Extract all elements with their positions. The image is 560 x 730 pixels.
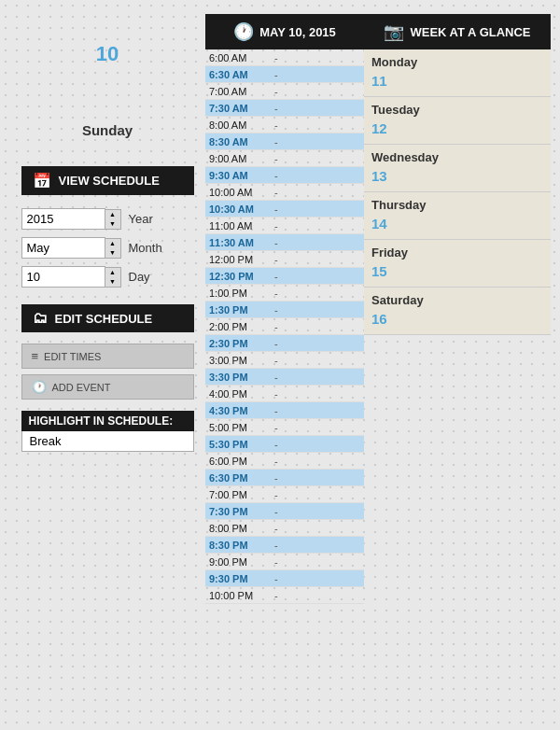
day-field-row: ▲ ▼ Day	[21, 266, 194, 288]
time-row: 7:30 AM-	[205, 100, 364, 117]
time-cell: 5:00 PM	[205, 422, 271, 433]
event-cell: -	[271, 472, 364, 484]
time-cell: 1:00 PM	[205, 288, 271, 299]
time-cell: 12:30 PM	[205, 271, 271, 282]
event-cell: -	[271, 456, 364, 467]
edit-times-button[interactable]: ≡ EDIT TIMES	[21, 344, 194, 369]
edit-schedule-label: EDIT SCHEDULE	[55, 312, 153, 326]
year-down-button[interactable]: ▼	[105, 219, 120, 229]
time-row: 2:30 PM-	[205, 335, 364, 352]
time-row: 9:30 PM-	[205, 570, 364, 587]
view-schedule-button[interactable]: 📅 VIEW SCHEDULE	[21, 166, 194, 195]
time-cell: 7:30 AM	[205, 103, 271, 114]
time-row: 2:00 PM-	[205, 318, 364, 335]
time-cell: 9:00 PM	[205, 556, 271, 568]
clock-icon: 🕐	[233, 21, 254, 42]
week-day-block[interactable]: Wednesday13	[364, 145, 551, 192]
day-down-button[interactable]: ▼	[105, 277, 120, 287]
highlight-in-schedule-label: HIGHLIGHT IN SCHEDULE:	[21, 411, 194, 431]
time-cell: 7:00 PM	[205, 489, 271, 500]
event-cell: -	[271, 304, 364, 316]
year-input[interactable]	[21, 208, 105, 230]
time-row: 10:00 PM-	[205, 587, 364, 604]
month-down-button[interactable]: ▼	[105, 248, 120, 258]
event-cell: -	[271, 52, 364, 63]
event-cell: -	[271, 237, 364, 248]
week-day-block[interactable]: Tuesday12	[364, 97, 551, 145]
event-cell: -	[271, 271, 364, 282]
time-row: 1:00 PM-	[205, 285, 364, 302]
time-cell: 2:00 PM	[205, 321, 271, 332]
time-row: 6:30 PM-	[205, 470, 364, 486]
highlight-value[interactable]: Break	[21, 431, 194, 452]
week-day-name: Monday	[364, 49, 551, 71]
event-cell: -	[271, 489, 364, 500]
calendar-icon: 📅	[33, 172, 51, 190]
week-days-list: Monday11Tuesday12Wednesday13Thursday14Fr…	[364, 49, 551, 335]
week-day-name: Thursday	[364, 192, 551, 214]
time-cell: 2:30 PM	[205, 338, 271, 349]
week-day-number: 11	[364, 71, 551, 96]
time-row: 11:00 AM-	[205, 218, 364, 234]
event-cell: -	[271, 187, 364, 198]
time-row: 8:30 PM-	[205, 537, 364, 554]
week-at-a-glance-panel: 📷 WEEK AT A GLANCE Monday11Tuesday12Wedn…	[364, 14, 551, 716]
month-input[interactable]	[21, 237, 105, 259]
time-row: 4:30 PM-	[205, 402, 364, 419]
time-row: 9:00 AM-	[205, 150, 364, 167]
add-event-label: ADD EVENT	[52, 382, 111, 393]
time-row: 8:00 AM-	[205, 117, 364, 133]
week-day-name: Friday	[364, 240, 551, 261]
time-cell: 9:30 AM	[205, 170, 271, 181]
time-row: 6:00 PM-	[205, 453, 364, 470]
time-row: 9:30 AM-	[205, 167, 364, 184]
time-row: 10:30 AM-	[205, 201, 364, 218]
month-field-row: ▲ ▼ Month	[21, 237, 194, 259]
day-input[interactable]	[21, 266, 105, 288]
event-cell: -	[271, 439, 364, 450]
edit-schedule-button[interactable]: 🗂 EDIT SCHEDULE	[21, 304, 194, 332]
week-day-name: Saturday	[364, 288, 551, 309]
month-up-button[interactable]: ▲	[105, 239, 120, 248]
event-cell: -	[271, 556, 364, 568]
schedule-date: MAY 10, 2015	[259, 25, 336, 39]
time-row: 1:30 PM-	[205, 302, 364, 318]
time-row: 10:00 AM-	[205, 184, 364, 201]
day-up-button[interactable]: ▲	[105, 268, 120, 277]
week-day-name: Wednesday	[364, 145, 551, 166]
add-event-button[interactable]: 🕐 ADD EVENT	[21, 374, 194, 400]
week-day-name: Tuesday	[364, 97, 551, 119]
week-day-block[interactable]: Saturday16	[364, 288, 551, 335]
event-cell: -	[271, 355, 364, 366]
time-cell: 4:00 PM	[205, 388, 271, 400]
year-spinner[interactable]: ▲ ▼	[105, 209, 121, 230]
event-cell: -	[271, 338, 364, 349]
time-row: 6:30 AM-	[205, 66, 364, 83]
event-cell: -	[271, 405, 364, 416]
week-day-block[interactable]: Thursday14	[364, 192, 551, 240]
day-spinner[interactable]: ▲ ▼	[105, 267, 121, 288]
center-schedule-panel: 🕐 MAY 10, 2015 6:00 AM-6:30 AM-7:00 AM-7…	[205, 14, 364, 716]
time-cell: 3:00 PM	[205, 355, 271, 366]
time-row: 5:30 PM-	[205, 436, 364, 453]
event-cell: -	[271, 153, 364, 164]
event-cell: -	[271, 573, 364, 584]
month-label: Month	[129, 241, 162, 255]
edit-times-icon: ≡	[32, 349, 39, 363]
camera-icon: 📷	[384, 21, 404, 42]
schedule-date-header: 🕐 MAY 10, 2015	[205, 14, 364, 49]
time-cell: 8:30 PM	[205, 540, 271, 551]
view-schedule-label: VIEW SCHEDULE	[59, 174, 160, 188]
week-day-block[interactable]: Friday15	[364, 240, 551, 288]
time-cell: 9:00 AM	[205, 153, 271, 164]
week-day-number: 13	[364, 166, 551, 191]
year-up-button[interactable]: ▲	[105, 210, 120, 219]
event-cell: -	[271, 220, 364, 232]
event-cell: -	[271, 136, 364, 147]
time-row: 7:30 PM-	[205, 503, 364, 520]
event-cell: -	[271, 119, 364, 131]
time-cell: 10:00 PM	[205, 590, 271, 601]
week-day-block[interactable]: Monday11	[364, 49, 551, 97]
day-label: Day	[129, 270, 150, 284]
month-spinner[interactable]: ▲ ▼	[105, 238, 121, 259]
